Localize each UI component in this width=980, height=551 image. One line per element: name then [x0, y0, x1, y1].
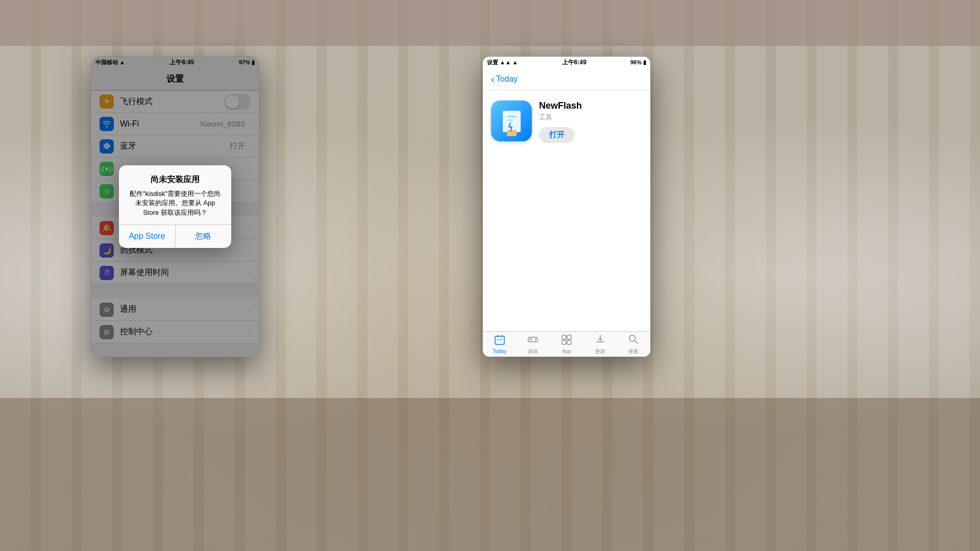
- app-name: NewFlash: [539, 101, 642, 111]
- bottom-bar-decoration: [0, 398, 980, 551]
- phone2-battery-percent: 96%: [630, 59, 642, 65]
- svg-rect-14: [567, 340, 571, 344]
- phone2-content-area: [483, 153, 650, 357]
- tab-games[interactable]: 游戏: [517, 332, 550, 357]
- tab-games-icon: [527, 334, 538, 347]
- back-chevron-icon: ‹: [491, 74, 495, 84]
- dialog-content: 尚未安装应用 配件"kisdisk"需要使用一个您尚未安装的应用。您要从 App…: [119, 165, 231, 224]
- tab-search[interactable]: 搜索: [617, 332, 650, 357]
- tab-updates[interactable]: 更新: [583, 332, 617, 357]
- tab-app-label: App: [562, 348, 571, 354]
- svg-rect-12: [567, 335, 571, 339]
- svg-rect-7: [497, 339, 503, 340]
- svg-rect-13: [562, 340, 566, 344]
- dialog-overlay: 尚未安装应用 配件"kisdisk"需要使用一个您尚未安装的应用。您要从 App…: [91, 57, 259, 357]
- phone2-appstore: 设置 ▲▲ ▲ 上午6:49 96% ▮ ‹ Today: [482, 56, 651, 357]
- uninstalled-app-dialog: 尚未安装应用 配件"kisdisk"需要使用一个您尚未安装的应用。您要从 App…: [119, 165, 231, 248]
- tab-updates-icon: [595, 334, 606, 347]
- svg-rect-6: [501, 335, 502, 337]
- phone2-status-bar: 设置 ▲▲ ▲ 上午6:49 96% ▮: [483, 57, 650, 68]
- phone2-status-right: 96% ▮: [630, 59, 646, 66]
- back-label: Today: [496, 74, 518, 84]
- svg-point-9: [535, 340, 536, 341]
- tab-today-icon: [494, 334, 505, 347]
- svg-rect-1: [507, 130, 517, 136]
- tab-app-icon: [561, 334, 572, 347]
- dialog-buttons: App Store 忽略: [119, 224, 231, 248]
- phone2-tab-bar: Today 游戏 App: [483, 331, 650, 357]
- phone1-settings: 中国移动 ▲ 上午6:45 97% ▮ 设置 ✈ 飞行模式: [91, 56, 259, 357]
- tab-updates-label: 更新: [595, 348, 605, 355]
- tab-search-icon: [628, 334, 639, 347]
- open-app-button[interactable]: 打开: [539, 127, 575, 143]
- dialog-appstore-button[interactable]: App Store: [119, 225, 176, 248]
- svg-rect-2: [507, 116, 517, 117]
- phone2-battery-icon: ▮: [643, 59, 646, 66]
- app-category: 工具: [539, 113, 642, 122]
- dialog-title: 尚未安装应用: [127, 174, 223, 185]
- top-bar-decoration: [0, 0, 980, 46]
- phone2-status-left: 设置 ▲▲ ▲: [487, 59, 518, 66]
- svg-point-15: [629, 335, 635, 341]
- flash-drive-svg: [498, 105, 526, 138]
- svg-point-8: [535, 338, 536, 339]
- svg-rect-5: [497, 335, 498, 337]
- phone2-wifi-icon: ▲: [512, 59, 518, 65]
- tab-search-label: 搜索: [628, 348, 639, 355]
- tab-games-label: 游戏: [528, 348, 538, 355]
- dialog-dismiss-button[interactable]: 忽略: [176, 225, 232, 248]
- dialog-message: 配件"kisdisk"需要使用一个您尚未安装的应用。您要从 App Store …: [127, 189, 223, 217]
- svg-rect-11: [562, 335, 566, 339]
- phone2-signal-icon: ▲▲: [500, 59, 511, 65]
- back-to-today-button[interactable]: ‹ Today: [491, 74, 518, 84]
- newflash-app-icon: [491, 101, 532, 141]
- tab-today-label: Today: [493, 348, 506, 354]
- app-info: NewFlash 工具 打开: [539, 101, 642, 143]
- tab-today[interactable]: Today: [483, 332, 517, 357]
- svg-rect-3: [507, 119, 513, 121]
- tab-app[interactable]: App: [550, 332, 583, 357]
- phone2-navbar: ‹ Today: [483, 68, 650, 90]
- phone2-carrier: 设置: [487, 59, 498, 66]
- app-detail-section: NewFlash 工具 打开: [483, 90, 650, 153]
- phone2-time: 上午6:49: [562, 58, 586, 67]
